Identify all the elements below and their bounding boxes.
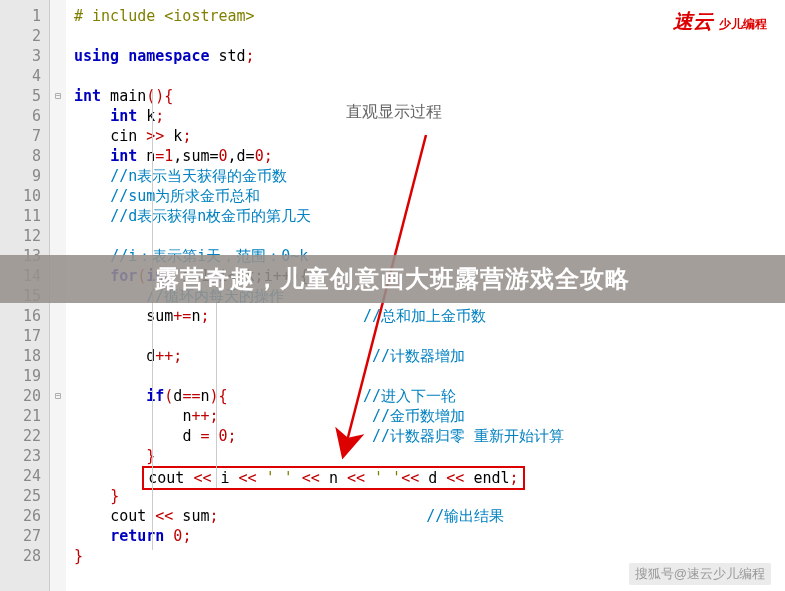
fold-toggle[interactable]: ⊟ [50, 86, 66, 106]
highlighted-line: cout << i << ' ' << n << ' '<< d << endl… [142, 466, 524, 490]
fold-toggle[interactable] [50, 446, 66, 466]
line-number: 3 [4, 46, 41, 66]
line-number: 24 [4, 466, 41, 486]
fold-toggle[interactable] [50, 306, 66, 326]
fold-toggle[interactable] [50, 546, 66, 566]
fold-toggle[interactable] [50, 206, 66, 226]
line-number: 21 [4, 406, 41, 426]
fold-toggle[interactable] [50, 106, 66, 126]
fold-toggle[interactable] [50, 366, 66, 386]
fold-toggle[interactable] [50, 66, 66, 86]
fold-toggle[interactable] [50, 6, 66, 26]
fold-toggle[interactable]: ⊟ [50, 386, 66, 406]
line-number: 25 [4, 486, 41, 506]
fold-toggle[interactable] [50, 126, 66, 146]
fold-toggle[interactable] [50, 526, 66, 546]
fold-toggle[interactable] [50, 226, 66, 246]
fold-toggle[interactable] [50, 466, 66, 486]
fold-toggle[interactable] [50, 406, 66, 426]
line-number: 28 [4, 546, 41, 566]
line-number: 20 [4, 386, 41, 406]
fold-toggle[interactable] [50, 166, 66, 186]
line-number: 6 [4, 106, 41, 126]
line-number: 10 [4, 186, 41, 206]
line-number: 23 [4, 446, 41, 466]
fold-toggle[interactable] [50, 486, 66, 506]
fold-toggle[interactable] [50, 146, 66, 166]
line-number: 4 [4, 66, 41, 86]
line-number: 27 [4, 526, 41, 546]
line-number: 11 [4, 206, 41, 226]
fold-toggle[interactable] [50, 46, 66, 66]
indent-guide [152, 90, 153, 550]
preprocessor: # include <iostream> [74, 7, 255, 25]
fold-toggle[interactable] [50, 26, 66, 46]
fold-toggle[interactable] [50, 506, 66, 526]
line-number: 16 [4, 306, 41, 326]
line-number: 1 [4, 6, 41, 26]
line-number: 7 [4, 126, 41, 146]
fold-toggle[interactable] [50, 186, 66, 206]
line-number: 9 [4, 166, 41, 186]
line-number: 19 [4, 366, 41, 386]
line-number: 22 [4, 426, 41, 446]
line-number: 26 [4, 506, 41, 526]
line-number: 2 [4, 26, 41, 46]
line-number: 12 [4, 226, 41, 246]
annotation-label: 直观显示过程 [346, 102, 442, 123]
brand-logo: 速云 少儿编程 [673, 8, 767, 35]
watermark: 搜狐号@速云少儿编程 [629, 563, 771, 585]
line-number: 17 [4, 326, 41, 346]
fold-toggle[interactable] [50, 346, 66, 366]
line-number: 5 [4, 86, 41, 106]
line-number: 8 [4, 146, 41, 166]
line-number: 18 [4, 346, 41, 366]
overlay-banner: 露营奇趣，儿童创意画大班露营游戏全攻略 [0, 255, 785, 303]
fold-toggle[interactable] [50, 326, 66, 346]
fold-toggle[interactable] [50, 426, 66, 446]
